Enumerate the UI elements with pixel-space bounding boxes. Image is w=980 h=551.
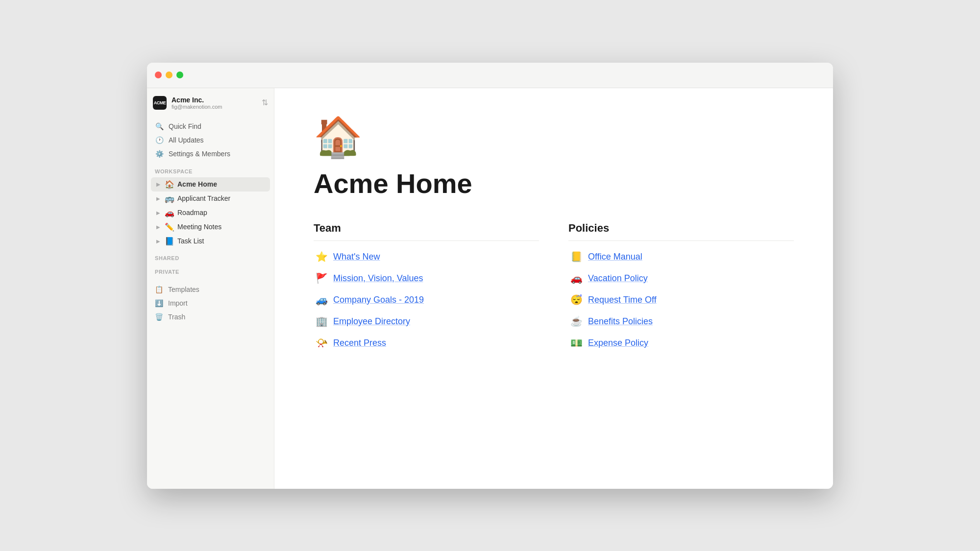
workspace-info: Acme Inc. fig@makenotion.com bbox=[172, 96, 222, 110]
policies-section: Policies 📒 Office Manual 🚗 Vacation Poli… bbox=[568, 222, 794, 353]
policies-heading: Policies bbox=[568, 222, 794, 241]
workspace-icon: ACME bbox=[153, 96, 167, 110]
workspace-header[interactable]: ACME Acme Inc. fig@makenotion.com ⇅ bbox=[147, 88, 274, 118]
import-icon: ⬇️ bbox=[155, 299, 163, 307]
arrow-icon: ▶ bbox=[155, 182, 162, 187]
arrow-icon: ▶ bbox=[155, 239, 162, 244]
employee-directory-emoji: 🏢 bbox=[316, 315, 327, 327]
maximize-button[interactable] bbox=[176, 72, 183, 78]
expense-policy-link[interactable]: Expense Policy bbox=[588, 338, 648, 348]
benefits-emoji: ☕ bbox=[570, 315, 582, 327]
workspace-items-list: ▶ 🏠 Acme Home ▶ 🚌 Applicant Tracker ▶ 🚗 … bbox=[147, 176, 274, 249]
sidebar: ACME Acme Inc. fig@makenotion.com ⇅ 🔍 Qu… bbox=[147, 88, 274, 489]
workspace-name: Acme Inc. bbox=[172, 96, 222, 104]
sidebar-item-trash[interactable]: 🗑️ Trash bbox=[151, 310, 270, 324]
list-item[interactable]: 🚩 Mission, Vision, Values bbox=[314, 268, 539, 288]
team-section: Team ⭐ What's New 🚩 Mission, Vision, Val… bbox=[314, 222, 539, 353]
sidebar-item-quick-find[interactable]: 🔍 Quick Find bbox=[151, 120, 270, 133]
recent-press-emoji: 📯 bbox=[316, 337, 327, 349]
task-list-emoji: 📘 bbox=[165, 237, 174, 246]
roadmap-label: Roadmap bbox=[177, 209, 207, 216]
templates-icon: 📋 bbox=[155, 286, 163, 293]
request-time-off-link[interactable]: Request Time Off bbox=[588, 295, 657, 305]
minimize-button[interactable] bbox=[166, 72, 172, 78]
workspace-section-label: WORKSPACE bbox=[147, 163, 274, 176]
list-item[interactable]: 📒 Office Manual bbox=[568, 247, 794, 266]
sidebar-bottom: 📋 Templates ⬇️ Import 🗑️ Trash bbox=[147, 283, 274, 324]
list-item[interactable]: 🚗 Vacation Policy bbox=[568, 268, 794, 288]
two-column-layout: Team ⭐ What's New 🚩 Mission, Vision, Val… bbox=[314, 222, 794, 353]
window-body: ACME Acme Inc. fig@makenotion.com ⇅ 🔍 Qu… bbox=[147, 88, 833, 489]
list-item[interactable]: 📯 Recent Press bbox=[314, 333, 539, 353]
list-item[interactable]: ⭐ What's New bbox=[314, 247, 539, 266]
workspace-header-left: ACME Acme Inc. fig@makenotion.com bbox=[153, 96, 222, 110]
list-item[interactable]: 🏢 Employee Directory bbox=[314, 311, 539, 331]
sidebar-item-import[interactable]: ⬇️ Import bbox=[151, 296, 270, 310]
expense-policy-emoji: 💵 bbox=[570, 337, 582, 349]
app-window: ACME Acme Inc. fig@makenotion.com ⇅ 🔍 Qu… bbox=[147, 63, 833, 489]
whats-new-link[interactable]: What's New bbox=[333, 252, 380, 262]
applicant-tracker-emoji: 🚌 bbox=[165, 194, 174, 203]
search-icon: 🔍 bbox=[155, 122, 164, 130]
quick-find-label: Quick Find bbox=[169, 122, 201, 130]
list-item[interactable]: ☕ Benefits Policies bbox=[568, 311, 794, 331]
acme-home-label: Acme Home bbox=[177, 180, 217, 188]
vacation-policy-link[interactable]: Vacation Policy bbox=[588, 273, 648, 284]
sidebar-item-roadmap[interactable]: ▶ 🚗 Roadmap bbox=[151, 206, 270, 220]
trash-icon: 🗑️ bbox=[155, 313, 163, 321]
all-updates-label: All Updates bbox=[169, 136, 204, 144]
team-heading: Team bbox=[314, 222, 539, 241]
team-links: ⭐ What's New 🚩 Mission, Vision, Values 🚙… bbox=[314, 247, 539, 353]
page-title: Acme Home bbox=[314, 168, 794, 199]
sidebar-item-settings[interactable]: ⚙️ Settings & Members bbox=[151, 147, 270, 161]
roadmap-emoji: 🚗 bbox=[165, 208, 174, 217]
sidebar-item-acme-home[interactable]: ▶ 🏠 Acme Home bbox=[151, 177, 270, 192]
sidebar-item-all-updates[interactable]: 🕐 All Updates bbox=[151, 133, 270, 147]
recent-press-link[interactable]: Recent Press bbox=[333, 338, 386, 348]
workspace-email: fig@makenotion.com bbox=[172, 104, 222, 110]
office-manual-emoji: 📒 bbox=[570, 251, 582, 263]
sidebar-nav: 🔍 Quick Find 🕐 All Updates ⚙️ Settings &… bbox=[147, 118, 274, 163]
templates-label: Templates bbox=[168, 286, 199, 293]
updates-icon: 🕐 bbox=[155, 136, 164, 144]
arrow-icon: ▶ bbox=[155, 224, 162, 230]
trash-label: Trash bbox=[168, 313, 185, 321]
task-list-label: Task List bbox=[177, 237, 204, 245]
sidebar-item-meeting-notes[interactable]: ▶ ✏️ Meeting Notes bbox=[151, 220, 270, 234]
mission-link[interactable]: Mission, Vision, Values bbox=[333, 273, 423, 284]
policies-links: 📒 Office Manual 🚗 Vacation Policy 😴 Requ… bbox=[568, 247, 794, 353]
list-item[interactable]: 💵 Expense Policy bbox=[568, 333, 794, 353]
company-goals-emoji: 🚙 bbox=[316, 294, 327, 306]
import-label: Import bbox=[168, 299, 188, 307]
arrow-icon: ▶ bbox=[155, 196, 162, 201]
workspace-chevron-icon: ⇅ bbox=[262, 98, 268, 107]
shared-section-label: SHARED bbox=[147, 249, 274, 263]
sidebar-item-templates[interactable]: 📋 Templates bbox=[151, 283, 270, 296]
close-button[interactable] bbox=[155, 72, 162, 78]
sidebar-item-applicant-tracker[interactable]: ▶ 🚌 Applicant Tracker bbox=[151, 192, 270, 206]
company-goals-link[interactable]: Company Goals - 2019 bbox=[333, 295, 424, 305]
page-icon: 🏠 bbox=[314, 118, 794, 157]
acme-home-emoji: 🏠 bbox=[165, 180, 174, 189]
benefits-link[interactable]: Benefits Policies bbox=[588, 316, 653, 327]
whats-new-emoji: ⭐ bbox=[316, 251, 327, 263]
list-item[interactable]: 🚙 Company Goals - 2019 bbox=[314, 290, 539, 310]
arrow-icon: ▶ bbox=[155, 210, 162, 216]
private-section-label: PRIVATE bbox=[147, 263, 274, 277]
main-content: 🏠 Acme Home Team ⭐ What's New 🚩 Mission,… bbox=[274, 88, 833, 489]
office-manual-link[interactable]: Office Manual bbox=[588, 252, 642, 262]
titlebar bbox=[147, 63, 833, 88]
traffic-lights bbox=[155, 72, 183, 78]
gear-icon: ⚙️ bbox=[155, 150, 164, 158]
settings-label: Settings & Members bbox=[169, 150, 230, 158]
meeting-notes-emoji: ✏️ bbox=[165, 222, 174, 232]
mission-emoji: 🚩 bbox=[316, 272, 327, 284]
list-item[interactable]: 😴 Request Time Off bbox=[568, 290, 794, 310]
meeting-notes-label: Meeting Notes bbox=[177, 223, 221, 231]
applicant-tracker-label: Applicant Tracker bbox=[177, 194, 230, 202]
request-time-off-emoji: 😴 bbox=[570, 294, 582, 306]
sidebar-item-task-list[interactable]: ▶ 📘 Task List bbox=[151, 234, 270, 248]
vacation-policy-emoji: 🚗 bbox=[570, 272, 582, 284]
employee-directory-link[interactable]: Employee Directory bbox=[333, 316, 410, 327]
